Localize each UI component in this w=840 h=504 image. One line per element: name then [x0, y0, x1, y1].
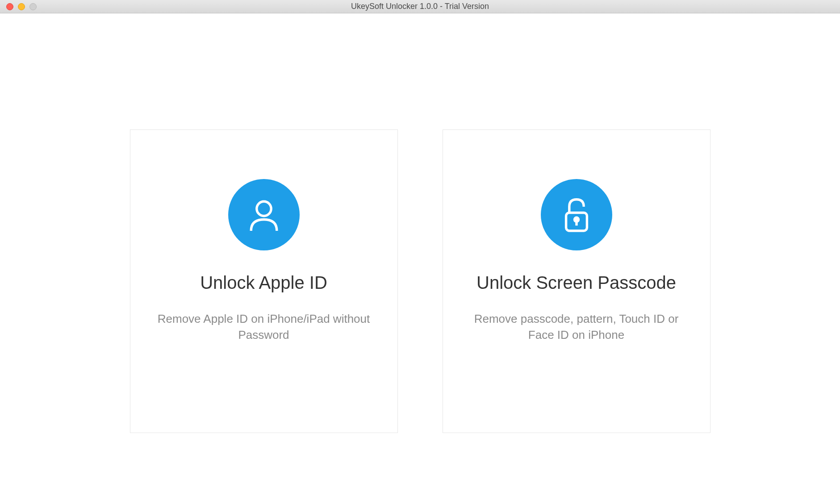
person-icon — [244, 195, 284, 235]
minimize-window-button[interactable] — [18, 3, 25, 10]
unlock-apple-id-description: Remove Apple ID on iPhone/iPad without P… — [130, 311, 397, 343]
close-window-button[interactable] — [6, 3, 13, 10]
unlock-icon — [556, 195, 597, 235]
unlock-apple-id-card[interactable]: Unlock Apple ID Remove Apple ID on iPhon… — [130, 129, 398, 433]
window-title-bar: UkeySoft Unlocker 1.0.0 - Trial Version — [0, 0, 840, 13]
unlock-apple-id-title: Unlock Apple ID — [200, 273, 327, 293]
person-icon-circle — [228, 179, 300, 250]
unlock-screen-passcode-title: Unlock Screen Passcode — [476, 273, 676, 293]
lock-icon-circle — [541, 179, 612, 250]
unlock-screen-passcode-description: Remove passcode, pattern, Touch ID or Fa… — [443, 311, 710, 343]
window-title: UkeySoft Unlocker 1.0.0 - Trial Version — [351, 2, 489, 11]
svg-point-0 — [256, 201, 271, 216]
unlock-screen-passcode-card[interactable]: Unlock Screen Passcode Remove passcode, … — [443, 129, 710, 433]
maximize-window-button — [29, 3, 37, 10]
main-content: Unlock Apple ID Remove Apple ID on iPhon… — [0, 13, 840, 433]
traffic-lights — [0, 3, 37, 10]
